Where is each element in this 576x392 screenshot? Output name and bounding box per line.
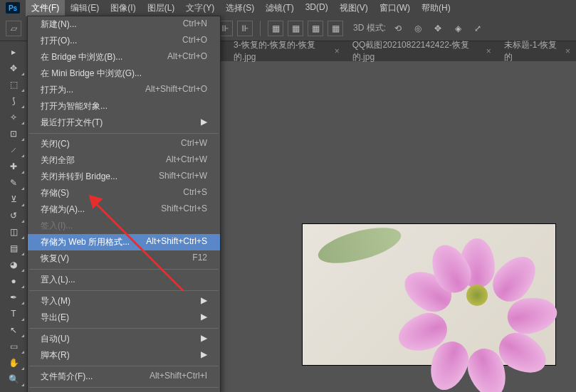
3d-icon[interactable]: ⟲	[390, 21, 406, 36]
shortcut-label: Alt+Ctrl+O	[167, 51, 207, 63]
menu-item[interactable]: 存储为(A)...Shift+Ctrl+S	[28, 201, 220, 218]
move-tool[interactable]: ✥	[2, 60, 25, 76]
menu-separator	[29, 269, 219, 270]
menu-item[interactable]: 选择(S)	[220, 0, 260, 16]
menu-item-label: 关闭全部	[41, 154, 75, 166]
menu-item[interactable]: 图层(L)	[142, 0, 181, 16]
blur-tool[interactable]: ◕	[2, 257, 25, 272]
heal-tool[interactable]: ✚	[2, 159, 25, 174]
3d-icon[interactable]: ⤢	[470, 21, 486, 36]
menu-item[interactable]: 3D(D)	[300, 0, 334, 16]
menu-item[interactable]: 打开(O)...Ctrl+O	[28, 33, 220, 49]
menu-item[interactable]: 存储(S)Ctrl+S	[28, 185, 220, 201]
submenu-arrow-icon: ▶	[201, 312, 207, 324]
menu-item[interactable]: 窗口(W)	[374, 0, 416, 16]
shortcut-label: Ctrl+O	[182, 35, 207, 47]
wand-tool[interactable]: ✧	[2, 110, 25, 125]
document-tab[interactable]: 未标题-1-恢复的×	[498, 36, 576, 66]
app-logo: Ps	[6, 2, 20, 14]
3d-icon[interactable]: ◎	[410, 21, 426, 36]
menu-item-label: 存储为 Web 所用格式...	[41, 236, 130, 248]
menu-item[interactable]: 编辑(E)	[65, 0, 105, 16]
menu-item[interactable]: 置入(L)...	[28, 272, 220, 288]
menu-item-label: 置入(L)...	[41, 274, 75, 286]
close-icon[interactable]: ×	[565, 46, 570, 56]
collapse-icon[interactable]: ▸	[2, 44, 25, 60]
menu-item[interactable]: 视图(V)	[334, 0, 374, 16]
menu-item[interactable]: 帮助(H)	[416, 0, 456, 16]
zoom-tool[interactable]: 🔍	[2, 371, 25, 387]
arrange-icon[interactable]: ▦	[308, 21, 323, 36]
arrange-icon[interactable]: ▦	[328, 21, 343, 36]
menu-item-label: 导入(M)	[41, 295, 70, 307]
3d-icon[interactable]: ✥	[430, 21, 446, 36]
menu-item-label: 在 Mini Bridge 中浏览(G)...	[41, 68, 142, 80]
menu-item[interactable]: 在 Bridge 中浏览(B)...Alt+Ctrl+O	[28, 49, 220, 65]
menu-item[interactable]: 文件简介(F)...Alt+Shift+Ctrl+I	[28, 369, 220, 385]
menu-item[interactable]: 打开为...Alt+Shift+Ctrl+O	[28, 82, 220, 98]
dodge-tool[interactable]: ●	[2, 273, 25, 289]
rect-tool[interactable]: ▭	[2, 339, 25, 354]
menu-item-label: 存储为(A)...	[41, 203, 85, 216]
menu-item-label: 签入(I)...	[41, 220, 73, 232]
menu-separator	[29, 328, 219, 329]
lasso-tool[interactable]: ⟆	[2, 93, 25, 109]
tool-preset-icon[interactable]: ▱	[6, 21, 21, 36]
menu-item[interactable]: 存储为 Web 所用格式...Alt+Shift+Ctrl+S	[28, 234, 220, 250]
menu-item[interactable]: 新建(N)...Ctrl+N	[28, 16, 220, 33]
hand-tool[interactable]: ✋	[2, 355, 25, 371]
3d-icon[interactable]: ◈	[450, 21, 466, 36]
file-menu-dropdown: 新建(N)...Ctrl+N打开(O)...Ctrl+O在 Bridge 中浏览…	[27, 16, 221, 392]
menu-item[interactable]: 文字(Y)	[180, 0, 220, 16]
distribute-icon[interactable]: ⊪	[237, 21, 253, 36]
menu-item[interactable]: 关闭全部Alt+Ctrl+W	[28, 152, 220, 169]
crop-tool[interactable]: ⊡	[2, 126, 25, 142]
shortcut-label: Ctrl+W	[181, 138, 207, 150]
brush-tool[interactable]: ✎	[2, 175, 25, 191]
stamp-tool[interactable]: ⊻	[2, 191, 25, 207]
menu-item[interactable]: 关闭并转到 Bridge...Shift+Ctrl+W	[28, 169, 220, 185]
mode-label: 3D 模式:	[353, 22, 386, 34]
arrange-icon[interactable]: ▦	[268, 21, 283, 36]
top-menu-bar: Ps 文件(F)编辑(E)图像(I)图层(L)文字(Y)选择(S)滤镜(T)3D…	[0, 0, 576, 16]
type-tool[interactable]: T	[2, 306, 25, 322]
history-tool[interactable]: ↺	[2, 208, 25, 223]
menu-separator	[29, 290, 219, 291]
menu-item-label: 在 Bridge 中浏览(B)...	[41, 51, 122, 63]
menu-item-label: 打开为...	[41, 84, 73, 96]
submenu-arrow-icon: ▶	[201, 349, 207, 361]
shortcut-label: Shift+Ctrl+W	[159, 171, 207, 183]
menu-item[interactable]: 打开为智能对象...	[28, 98, 220, 115]
menu-item[interactable]: 自动(U)▶	[28, 331, 220, 347]
path-tool[interactable]: ↖	[2, 322, 25, 338]
image-content	[420, 245, 534, 345]
menu-item-label: 自动(U)	[41, 333, 70, 345]
document-tab[interactable]: 3-恢复的-恢复的-恢复的.jpg×	[228, 36, 345, 66]
eyedropper-tool[interactable]: ⟋	[2, 142, 25, 158]
eraser-tool[interactable]: ◫	[2, 224, 25, 240]
menu-item[interactable]: 文件(F)	[26, 0, 65, 16]
close-icon[interactable]: ×	[335, 46, 340, 56]
menu-item[interactable]: 最近打开文件(T)▶	[28, 115, 220, 131]
tab-label: 未标题-1-恢复的	[504, 39, 561, 63]
marquee-tool[interactable]: ⬚	[2, 77, 25, 92]
menu-item[interactable]: 脚本(R)▶	[28, 347, 220, 364]
shortcut-label: Alt+Ctrl+W	[166, 154, 207, 166]
menu-item[interactable]: 导入(M)▶	[28, 293, 220, 309]
document-tab[interactable]: QQ截图20210822142422-恢复的.jpg×	[347, 36, 497, 66]
canvas[interactable]	[303, 224, 555, 365]
menu-item-label: 打开(O)...	[41, 35, 77, 47]
menu-item[interactable]: 恢复(V)F12	[28, 250, 220, 267]
shortcut-label: Alt+Shift+Ctrl+I	[150, 371, 207, 383]
gradient-tool[interactable]: ▤	[2, 240, 25, 256]
pen-tool[interactable]: ✒	[2, 290, 25, 305]
shortcut-label: Alt+Shift+Ctrl+S	[146, 236, 207, 248]
arrange-icon[interactable]: ▦	[288, 21, 303, 36]
menu-item[interactable]: 关闭(C)Ctrl+W	[28, 136, 220, 152]
menu-item[interactable]: 图像(I)	[105, 0, 141, 16]
menu-item[interactable]: 在 Mini Bridge 中浏览(G)...	[28, 65, 220, 82]
menu-item[interactable]: 导出(E)▶	[28, 309, 220, 326]
menu-item[interactable]: 滤镜(T)	[260, 0, 299, 16]
close-icon[interactable]: ×	[486, 46, 491, 56]
menu-item-label: 关闭(C)	[41, 138, 70, 150]
